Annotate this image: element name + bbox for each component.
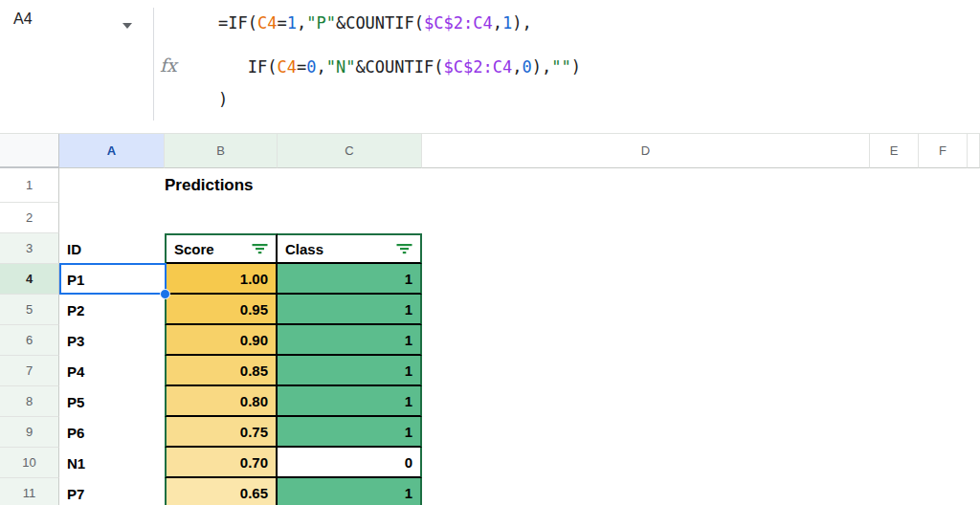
row-header-8[interactable]: 8	[0, 386, 59, 417]
formula-token: ""	[551, 57, 570, 77]
formula-token: C4	[257, 13, 277, 33]
row-header-2[interactable]: 2	[0, 203, 59, 233]
sheet-row-4: 4P11.001	[0, 264, 980, 295]
cell-A5[interactable]: P2	[59, 295, 165, 325]
col-header-label: C	[345, 143, 353, 158]
cell-A1[interactable]	[59, 168, 165, 203]
row-header-9[interactable]: 9	[0, 417, 59, 448]
cell-value: P5	[67, 394, 84, 410]
cell-B3[interactable]: Score	[165, 233, 278, 264]
cell-D4[interactable]	[422, 264, 980, 295]
cell-value: ID	[67, 241, 81, 257]
row-header-label: 2	[26, 210, 33, 225]
cell-D11[interactable]	[422, 478, 980, 505]
formula-token: ,	[316, 57, 325, 77]
formula-line-1[interactable]: =IF(C4=1,"P"&COUNTIF($C$2:C4,1),	[218, 11, 532, 34]
col-header-A[interactable]: A	[59, 134, 165, 168]
cell-B2[interactable]	[165, 203, 278, 233]
cell-B9[interactable]: 0.75	[165, 417, 278, 448]
sheet-row-11: 11P70.651	[0, 478, 980, 505]
cell-B1[interactable]: Predictions	[165, 168, 278, 203]
cell-C10[interactable]: 0	[278, 448, 422, 478]
sheet-row-7: 7P40.851	[0, 356, 980, 386]
row-header-3[interactable]: 3	[0, 233, 59, 264]
cell-C4[interactable]: 1	[278, 264, 422, 295]
cell-C3[interactable]: Class	[278, 233, 422, 264]
cell-A4[interactable]: P1	[59, 264, 165, 295]
formula-token: 0	[522, 57, 531, 77]
row-header-11[interactable]: 11	[0, 478, 59, 505]
cell-value: P3	[67, 333, 84, 349]
formula-token: ,	[512, 57, 522, 77]
cell-D3[interactable]	[422, 233, 980, 264]
cell-A8[interactable]: P5	[59, 386, 165, 417]
formula-line-3[interactable]: )	[218, 88, 228, 111]
cell-A10[interactable]: N1	[59, 448, 165, 478]
cell-C7[interactable]: 1	[278, 356, 422, 386]
spreadsheet-app: A4 fx =IF(C4=1,"P"&COUNTIF($C$2:C4,1), I…	[0, 0, 980, 505]
cell-D1[interactable]	[422, 168, 980, 203]
row-header-10[interactable]: 10	[0, 448, 59, 478]
cell-C11[interactable]: 1	[278, 478, 422, 505]
formula-line-2[interactable]: IF(C4=0,"N"&COUNTIF($C$2:C4,0),"")	[218, 55, 581, 78]
cell-A3[interactable]: ID	[59, 233, 165, 264]
cell-B11[interactable]: 0.65	[165, 478, 278, 505]
cell-value: N1	[67, 455, 85, 472]
cell-B7[interactable]: 0.85	[165, 356, 278, 386]
row-header-label: 4	[26, 272, 33, 286]
cell-A11[interactable]: P7	[59, 478, 165, 505]
cell-value: 0.95	[240, 301, 268, 318]
cell-value: 0.90	[240, 332, 268, 348]
fill-handle[interactable]	[160, 289, 170, 299]
sheet-row-9: 9P60.751	[0, 417, 980, 448]
formula-token: C4	[277, 57, 296, 77]
cell-C1[interactable]	[278, 168, 422, 203]
sheet-grid: 1Predictions23IDScoreClass4P11.0015P20.9…	[0, 168, 980, 505]
cell-value: P2	[67, 302, 84, 318]
cell-C5[interactable]: 1	[278, 295, 422, 325]
col-header-B[interactable]: B	[165, 134, 278, 168]
filter-icon[interactable]	[396, 243, 412, 254]
formula-token: "N"	[326, 57, 356, 77]
formula-token: )	[571, 57, 581, 77]
formula-input[interactable]: =IF(C4=1,"P"&COUNTIF($C$2:C4,1), IF(C4=0…	[218, 0, 965, 133]
col-header-F[interactable]: F	[919, 134, 968, 168]
cell-B10[interactable]: 0.70	[165, 448, 278, 478]
row-header-1[interactable]: 1	[0, 168, 59, 203]
cell-C9[interactable]: 1	[278, 417, 422, 448]
cell-D9[interactable]	[422, 417, 980, 448]
row-header-5[interactable]: 5	[0, 295, 59, 325]
col-header-extra[interactable]	[968, 134, 980, 168]
cell-A7[interactable]: P4	[59, 356, 165, 386]
cell-A9[interactable]: P6	[59, 417, 165, 448]
row-header-6[interactable]: 6	[0, 325, 59, 356]
cell-value: Predictions	[165, 176, 254, 195]
cell-B6[interactable]: 0.90	[165, 325, 278, 356]
cell-D7[interactable]	[422, 356, 980, 386]
cell-C8[interactable]: 1	[278, 386, 422, 417]
cell-D6[interactable]	[422, 325, 980, 356]
name-box[interactable]: A4	[13, 11, 33, 28]
row-header-4[interactable]: 4	[0, 264, 59, 295]
cell-A6[interactable]: P3	[59, 325, 165, 356]
cell-A2[interactable]	[59, 203, 165, 233]
cell-D5[interactable]	[422, 295, 980, 325]
cell-B8[interactable]: 0.80	[165, 386, 278, 417]
col-header-D[interactable]: D	[422, 134, 870, 168]
corner-box	[0, 134, 59, 168]
formula-token: ,	[493, 13, 502, 33]
cell-B5[interactable]: 0.95	[165, 295, 278, 325]
col-header-E[interactable]: E	[870, 134, 919, 168]
cell-D2[interactable]	[422, 203, 980, 233]
cell-D10[interactable]	[422, 448, 980, 478]
cell-B4[interactable]: 1.00	[165, 264, 278, 295]
name-box-dropdown-icon[interactable]	[122, 23, 132, 29]
cell-C6[interactable]: 1	[278, 325, 422, 356]
cell-value: 0	[405, 454, 412, 471]
cell-C2[interactable]	[278, 203, 422, 233]
formula-token: 0	[306, 57, 316, 77]
cell-D8[interactable]	[422, 386, 980, 417]
filter-icon[interactable]	[252, 243, 268, 254]
col-header-C[interactable]: C	[278, 134, 422, 168]
row-header-7[interactable]: 7	[0, 356, 59, 386]
